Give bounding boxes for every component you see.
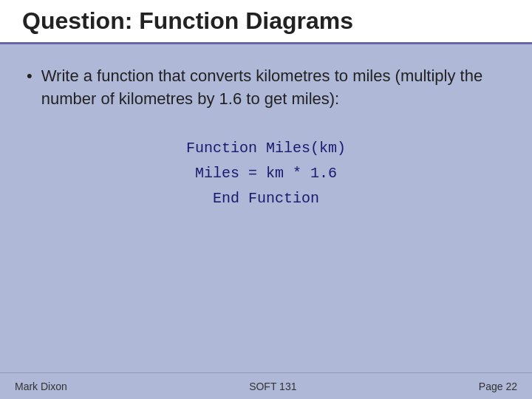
bullet-text: Write a function that converts kilometre… [41, 65, 505, 111]
code-line-1: Function Miles(km) [27, 136, 505, 161]
content-area: • Write a function that converts kilomet… [0, 44, 532, 399]
code-block: Function Miles(km) Miles = km * 1.6 End … [27, 136, 505, 211]
title-bar: Question: Function Diagrams [0, 0, 532, 44]
code-line-2: Miles = km * 1.6 [27, 161, 505, 186]
code-line-3: End Function [27, 186, 505, 211]
bullet-dot: • [27, 66, 33, 86]
slide-title: Question: Function Diagrams [22, 7, 353, 34]
bullet-item: • Write a function that converts kilomet… [27, 65, 505, 111]
footer: Mark Dixon SOFT 131 Page 22 [0, 372, 532, 399]
footer-author: Mark Dixon [15, 381, 67, 392]
slide-container: Question: Function Diagrams • Write a fu… [0, 0, 532, 399]
footer-page: Page 22 [479, 381, 517, 392]
footer-course: SOFT 131 [249, 381, 296, 392]
